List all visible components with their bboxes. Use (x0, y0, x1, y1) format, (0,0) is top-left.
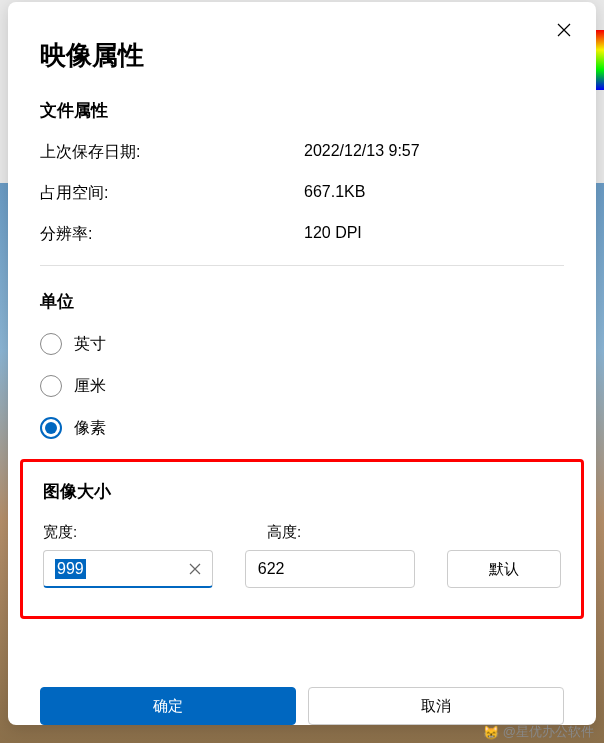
size-on-disk-value: 667.1KB (304, 183, 365, 204)
resolution-value: 120 DPI (304, 224, 362, 245)
clear-x-icon (189, 563, 201, 575)
last-saved-row: 上次保存日期: 2022/12/13 9:57 (40, 142, 564, 163)
resolution-label: 分辨率: (40, 224, 304, 245)
image-size-highlight: 图像大小 宽度: 高度: 999 默认 (20, 459, 584, 619)
close-button[interactable] (548, 14, 580, 46)
image-size-heading: 图像大小 (43, 480, 561, 503)
dialog-title: 映像属性 (40, 38, 564, 73)
last-saved-label: 上次保存日期: (40, 142, 304, 163)
radio-pixels-label: 像素 (74, 418, 106, 439)
image-properties-dialog: 映像属性 文件属性 上次保存日期: 2022/12/13 9:57 占用空间: … (8, 2, 596, 725)
radio-inches[interactable]: 英寸 (40, 333, 564, 355)
watermark-icon: 😸 (483, 725, 499, 740)
radio-pixels[interactable]: 像素 (40, 417, 564, 439)
last-saved-value: 2022/12/13 9:57 (304, 142, 420, 163)
cancel-button[interactable]: 取消 (308, 687, 564, 725)
radio-cm-label: 厘米 (74, 376, 106, 397)
units-heading: 单位 (40, 290, 564, 313)
size-on-disk-row: 占用空间: 667.1KB (40, 183, 564, 204)
file-properties-heading: 文件属性 (40, 99, 564, 122)
height-label: 高度: (267, 523, 437, 542)
radio-icon-selected (40, 417, 62, 439)
radio-cm[interactable]: 厘米 (40, 375, 564, 397)
size-on-disk-label: 占用空间: (40, 183, 304, 204)
clear-input-button[interactable] (187, 561, 203, 577)
default-button[interactable]: 默认 (447, 550, 562, 588)
width-label: 宽度: (43, 523, 213, 542)
ok-button[interactable]: 确定 (40, 687, 296, 725)
close-icon (557, 23, 571, 37)
radio-icon (40, 375, 62, 397)
radio-icon (40, 333, 62, 355)
height-input[interactable] (245, 550, 415, 588)
divider (40, 265, 564, 266)
watermark-text: @星优办公软件 (503, 723, 594, 741)
resolution-row: 分辨率: 120 DPI (40, 224, 564, 245)
radio-inches-label: 英寸 (74, 334, 106, 355)
watermark: 😸 @星优办公软件 (483, 723, 594, 741)
